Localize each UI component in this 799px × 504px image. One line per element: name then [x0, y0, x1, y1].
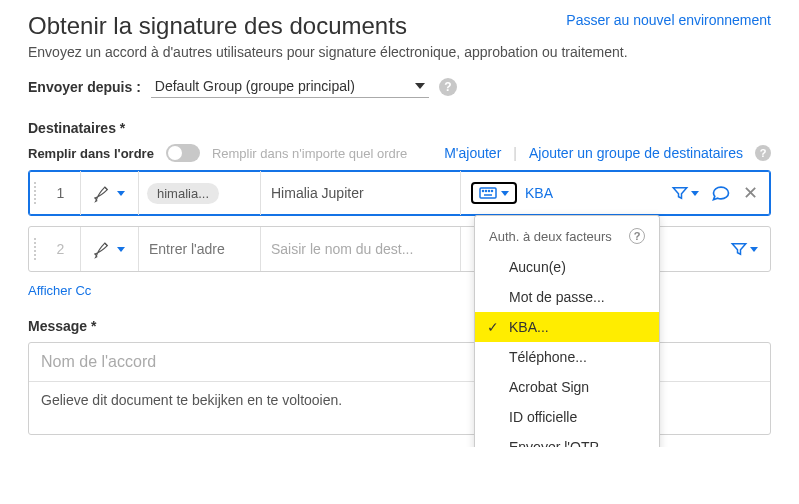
drag-handle-icon[interactable]	[29, 238, 41, 260]
help-icon[interactable]: ?	[755, 145, 771, 161]
filter-button[interactable]	[671, 184, 699, 202]
auth-method-button[interactable]	[471, 182, 517, 204]
svg-point-4	[492, 191, 493, 192]
close-icon: ✕	[743, 182, 758, 204]
dropdown-title: Auth. à deux facteurs	[489, 229, 612, 244]
email-input[interactable]	[139, 241, 260, 257]
help-icon[interactable]: ?	[629, 228, 645, 244]
filter-button[interactable]	[730, 240, 758, 258]
drag-handle-icon[interactable]	[29, 182, 41, 204]
add-me-link[interactable]: M'ajouter	[444, 145, 501, 161]
order-toggle[interactable]	[166, 144, 200, 162]
email-cell[interactable]: himalia...	[139, 171, 261, 215]
chevron-down-icon	[750, 247, 758, 252]
row-number: 1	[41, 171, 81, 215]
svg-point-3	[489, 191, 490, 192]
filter-icon	[730, 240, 748, 258]
svg-point-2	[486, 191, 487, 192]
role-selector[interactable]	[81, 227, 139, 271]
auth-option-password[interactable]: Mot de passe...	[475, 282, 659, 312]
recipients-label: Destinataires *	[28, 120, 771, 136]
keyboard-icon	[479, 187, 497, 199]
auth-option-otp[interactable]: Envoyer l'OTP	[475, 432, 659, 447]
auth-method-label: KBA	[525, 185, 553, 201]
send-from-select[interactable]: Default Group (groupe principal)	[151, 76, 429, 98]
auth-option-phone[interactable]: Téléphone...	[475, 342, 659, 372]
name-input[interactable]: Saisir le nom du dest...	[261, 227, 461, 271]
filter-icon	[671, 184, 689, 202]
order-alt-label: Remplir dans n'importe quel ordre	[212, 146, 407, 161]
message-button[interactable]	[711, 183, 731, 203]
env-switch-link[interactable]: Passer au nouvel environnement	[566, 12, 771, 28]
auth-option-kba[interactable]: KBA...	[475, 312, 659, 342]
name-cell[interactable]: Himalia Jupiter	[261, 171, 461, 215]
add-recipient-group-link[interactable]: Ajouter un groupe de destinataires	[529, 145, 743, 161]
svg-point-1	[483, 191, 484, 192]
auth-option-official-id[interactable]: ID officielle	[475, 402, 659, 432]
remove-recipient-button[interactable]: ✕	[743, 182, 758, 204]
show-cc-link[interactable]: Afficher Cc	[28, 283, 91, 298]
pen-icon	[94, 183, 114, 203]
chevron-down-icon	[501, 191, 509, 196]
page-title: Obtenir la signature des documents	[28, 12, 407, 40]
chevron-down-icon	[691, 191, 699, 196]
help-icon[interactable]: ?	[439, 78, 457, 96]
speech-bubble-icon	[711, 183, 731, 203]
auth-option-none[interactable]: Aucun(e)	[475, 252, 659, 282]
svg-rect-0	[480, 188, 496, 198]
row-number: 2	[41, 227, 81, 271]
send-from-value: Default Group (groupe principal)	[155, 78, 355, 94]
role-selector[interactable]	[81, 171, 139, 215]
page-subtitle: Envoyez un accord à d'autres utilisateur…	[28, 44, 771, 60]
chevron-down-icon	[117, 191, 125, 196]
auth-option-acrobat-sign[interactable]: Acrobat Sign	[475, 372, 659, 402]
send-from-label: Envoyer depuis :	[28, 79, 141, 95]
pen-icon	[94, 239, 114, 259]
email-chip[interactable]: himalia...	[147, 183, 219, 204]
chevron-down-icon	[117, 247, 125, 252]
chevron-down-icon	[415, 83, 425, 89]
auth-dropdown: Auth. à deux facteurs ? Aucun(e) Mot de …	[474, 215, 660, 447]
email-cell[interactable]	[139, 227, 261, 271]
order-label: Remplir dans l'ordre	[28, 146, 154, 161]
recipient-row: 1 himalia... Himalia Jupiter KBA ✕ Auth.…	[28, 170, 771, 216]
